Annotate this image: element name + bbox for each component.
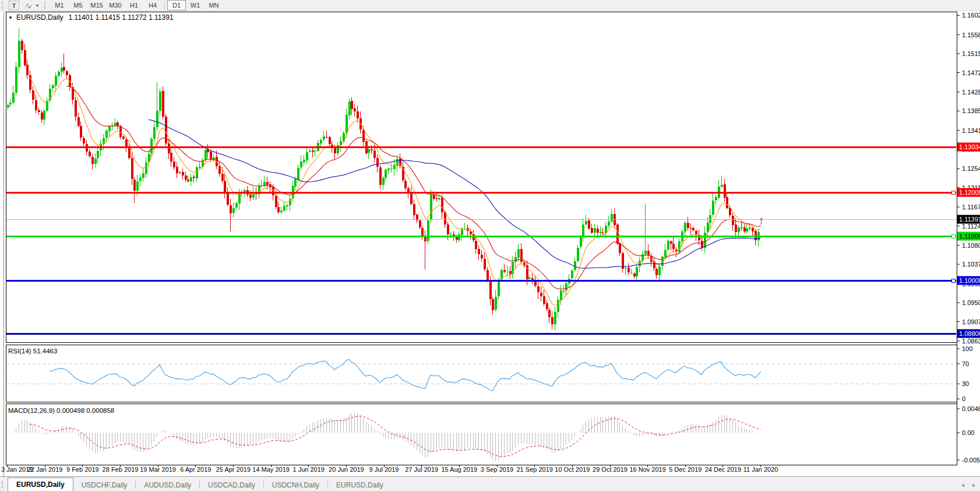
- chart-symbol-period: EURUSD,Daily: [16, 13, 64, 22]
- rsi-indicator-label: RSI(14) 51.4463: [8, 348, 57, 355]
- timeframe-button-mn[interactable]: MN: [205, 0, 223, 10]
- price-tick-label: 1.16020: [962, 12, 980, 19]
- candle-body: [628, 268, 630, 272]
- candle-body: [503, 270, 506, 272]
- rsi-tick-label: 70: [962, 360, 969, 367]
- candle-body: [371, 149, 373, 150]
- chart-tabs: EURUSD,DailyUSDCHF,DailyAUDUSD,DailyUSDC…: [8, 479, 392, 491]
- line-handle[interactable]: [951, 279, 955, 282]
- candle-body: [608, 222, 610, 226]
- candle-body: [357, 111, 359, 118]
- line-handle[interactable]: [951, 234, 955, 238]
- candle-body: [43, 111, 45, 120]
- candle-body: [537, 286, 540, 292]
- date-label: 19 Mar 2019: [140, 466, 176, 473]
- timeframe-button-m30[interactable]: M30: [106, 0, 125, 10]
- candle-body: [373, 150, 376, 157]
- candle-body: [210, 152, 212, 159]
- candle-body: [185, 176, 187, 180]
- candle-body: [489, 280, 492, 299]
- candle-body: [227, 192, 229, 205]
- chart-tab-audusd-daily[interactable]: AUDUSD,Daily: [136, 479, 199, 491]
- toolbar-grip[interactable]: [44, 2, 48, 9]
- date-label: 5 Dec 2019: [669, 466, 701, 473]
- candle-body: [577, 248, 579, 261]
- timeframe-button-m1[interactable]: M1: [50, 0, 69, 10]
- timeframe-button-h1[interactable]: H1: [125, 0, 143, 10]
- candle-body: [563, 291, 565, 292]
- line-price-label: 1.12005: [959, 189, 980, 196]
- price-tick-label: 1.14280: [962, 89, 980, 96]
- candle-body: [122, 136, 125, 138]
- candle-body: [390, 169, 393, 169]
- timeframe-button-m5[interactable]: M5: [69, 0, 87, 10]
- candle-body: [114, 123, 117, 125]
- tabbar-grip[interactable]: [2, 481, 5, 488]
- pane-border: [6, 345, 957, 402]
- candle-body: [309, 150, 311, 152]
- candle-body: [94, 159, 97, 164]
- timeframe-button-group: M1M5M15M30H1H4D1W1MN: [50, 0, 223, 10]
- candle-body: [306, 152, 308, 160]
- candle-body: [602, 233, 604, 234]
- tab-scroll-right-button[interactable]: ▸: [972, 482, 975, 488]
- candle-body: [413, 204, 415, 215]
- candle-body: [136, 181, 139, 191]
- candle-body: [644, 251, 647, 254]
- chart-tab-eurusd-daily[interactable]: EURUSD,Daily: [328, 479, 392, 491]
- candle-body: [83, 138, 85, 143]
- candle-body: [546, 303, 548, 308]
- candle-body: [709, 215, 711, 223]
- price-tick-label: 1.09070: [962, 318, 980, 325]
- chart-canvas[interactable]: 1.160201.155801.151501.147201.142801.138…: [0, 0, 980, 491]
- chart-tab-usdcnh-daily[interactable]: USDCNH,Daily: [264, 479, 327, 491]
- candle-body: [484, 259, 486, 269]
- cursor-modes-button[interactable]: ↗ ↙ ▼: [20, 0, 43, 10]
- candle-body: [382, 178, 385, 185]
- timeframe-button-d1[interactable]: D1: [167, 0, 186, 10]
- rsi-tick-label: 0: [962, 395, 965, 402]
- line-handle[interactable]: [951, 191, 955, 194]
- candle-body: [600, 232, 602, 233]
- candle-body: [430, 194, 432, 220]
- candle-body: [582, 225, 584, 237]
- candle-body: [230, 205, 232, 213]
- toolbar-grip[interactable]: [2, 2, 5, 9]
- macd-indicator-label: MACD(12,26,9) 0.000498 0.000858: [8, 407, 114, 414]
- candle-body: [176, 167, 178, 173]
- timeframe-button-h4[interactable]: H4: [143, 0, 162, 10]
- timeframe-button-w1[interactable]: W1: [186, 0, 205, 10]
- date-label: 20 Jun 2019: [329, 466, 364, 473]
- candle-body: [159, 92, 161, 111]
- price-tick-label: 1.10800: [962, 242, 980, 249]
- date-label: 3 Sep 2019: [481, 466, 513, 473]
- date-label: 22 Jan 2019: [27, 466, 63, 473]
- candle-body: [38, 110, 40, 112]
- candle-body: [334, 148, 336, 153]
- symbol-collapse-icon[interactable]: ▼: [8, 15, 13, 20]
- candle-body: [695, 231, 697, 234]
- date-label: 14 May 2019: [252, 466, 290, 473]
- candle-body: [647, 251, 650, 255]
- candle-body: [630, 273, 633, 273]
- candle-body: [715, 197, 717, 199]
- candles-layer: [7, 29, 763, 331]
- candle-body: [320, 140, 322, 143]
- chart-tab-usdcad-daily[interactable]: USDCAD,Daily: [200, 479, 263, 491]
- candle-body: [277, 207, 280, 212]
- chart-tab-eurusd-daily-active[interactable]: EURUSD,Daily: [8, 478, 73, 491]
- candle-body: [528, 278, 531, 279]
- hlines-layer: [6, 148, 956, 334]
- text-tool-button[interactable]: T: [9, 1, 19, 10]
- candle-body: [658, 266, 661, 275]
- tab-scroll-left-button[interactable]: ◂: [961, 482, 964, 488]
- candle-body: [117, 122, 119, 126]
- line-price-label: 1.13034: [959, 143, 980, 150]
- candle-body: [77, 117, 80, 126]
- candle-body: [26, 65, 29, 75]
- candle-body: [162, 91, 164, 117]
- chart-tab-usdchf-daily[interactable]: USDCHF,Daily: [73, 479, 136, 491]
- pane-frames: [6, 12, 957, 465]
- timeframe-button-m15[interactable]: M15: [87, 0, 106, 10]
- candle-body: [410, 193, 413, 204]
